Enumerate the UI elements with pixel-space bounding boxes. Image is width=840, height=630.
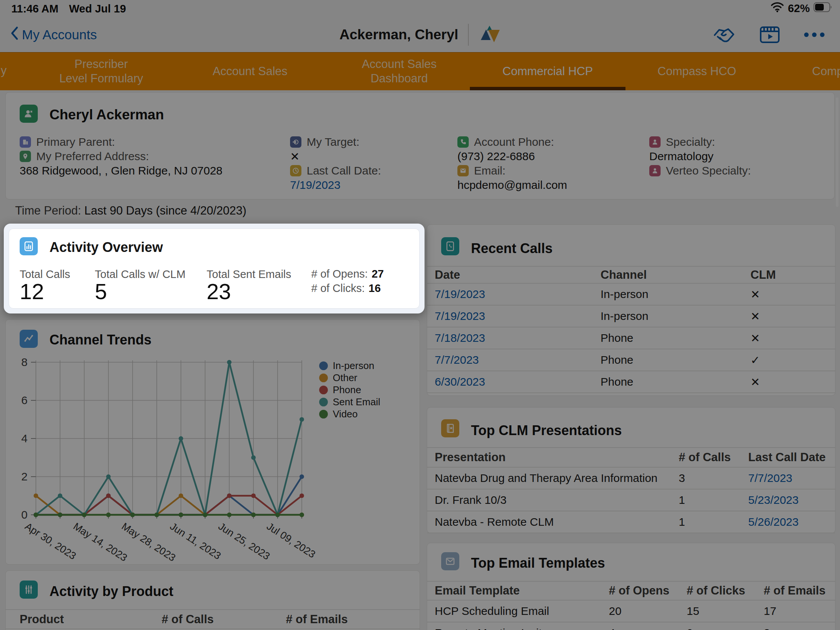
clicks-value: 16 xyxy=(369,282,381,295)
metric-label: Total Calls w/ CLM xyxy=(95,268,185,281)
activity-overview-title: Activity Overview xyxy=(49,240,163,255)
metric-value: 12 xyxy=(20,279,44,304)
opens-value: 27 xyxy=(372,268,384,280)
walkthrough-dim-overlay xyxy=(0,0,840,630)
activity-overview-panel[interactable]: Activity Overview Total Calls 12 Total C… xyxy=(4,224,425,314)
metric-value: 5 xyxy=(95,279,107,304)
app-screen: 11:46 AM Wed Jul 19 62% xyxy=(0,0,840,630)
email-engagement-stats: # of Opens: 27 # of Clicks: 16 xyxy=(311,267,384,295)
opens-label: # of Opens: xyxy=(311,268,368,280)
clicks-label: # of Clicks: xyxy=(311,282,365,295)
metric-value: 23 xyxy=(207,279,231,304)
bar-chart-icon xyxy=(20,237,38,255)
activity-overview-card: Activity Overview Total Calls 12 Total C… xyxy=(9,229,420,309)
